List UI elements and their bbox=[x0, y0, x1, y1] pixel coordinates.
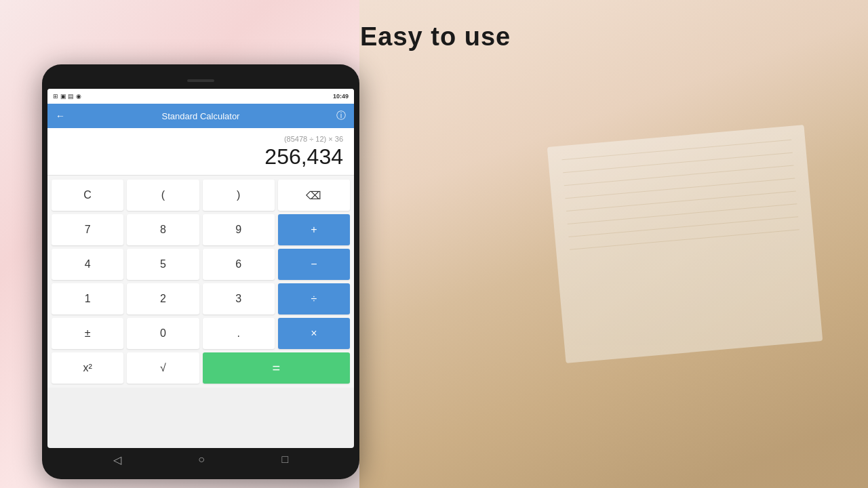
notebook-decoration bbox=[547, 125, 823, 363]
btn-clear[interactable]: C bbox=[52, 180, 123, 211]
btn-divide[interactable]: ÷ bbox=[278, 283, 350, 314]
status-icons-left: ⊞ ▣ ▤ ◉ bbox=[53, 93, 81, 100]
btn-7[interactable]: 7 bbox=[52, 214, 123, 245]
info-button[interactable]: ⓘ bbox=[336, 110, 346, 122]
btn-multiply[interactable]: × bbox=[278, 318, 350, 349]
tablet-nav: ◁ ○ □ bbox=[47, 448, 354, 471]
tablet-top-bar bbox=[47, 73, 354, 89]
btn-open-paren[interactable]: ( bbox=[127, 180, 199, 211]
btn-0[interactable]: 0 bbox=[127, 318, 199, 349]
btn-8[interactable]: 8 bbox=[127, 214, 199, 245]
btn-6[interactable]: 6 bbox=[203, 249, 275, 280]
btn-plus-minus[interactable]: ± bbox=[52, 318, 123, 349]
calc-result: 256,434 bbox=[58, 144, 343, 169]
app-header: ← Standard Calculator ⓘ bbox=[47, 104, 354, 128]
nav-back-button[interactable]: ◁ bbox=[113, 453, 121, 466]
status-bar: ⊞ ▣ ▤ ◉ 10:49 bbox=[47, 89, 354, 104]
btn-3[interactable]: 3 bbox=[203, 283, 275, 314]
status-time: 10:49 bbox=[333, 93, 349, 100]
btn-sqrt[interactable]: √ bbox=[127, 352, 199, 384]
nav-home-button[interactable]: ○ bbox=[198, 453, 205, 466]
btn-5[interactable]: 5 bbox=[127, 249, 199, 280]
tablet-screen: ⊞ ▣ ▤ ◉ 10:49 ← Standard Calculator ⓘ (8… bbox=[47, 89, 354, 448]
btn-1[interactable]: 1 bbox=[52, 283, 123, 314]
btn-2[interactable]: 2 bbox=[127, 283, 199, 314]
page-title: Easy to use bbox=[360, 22, 496, 52]
btn-square[interactable]: x² bbox=[52, 352, 123, 384]
btn-equals[interactable]: = bbox=[203, 352, 351, 384]
nav-recents-button[interactable]: □ bbox=[282, 453, 289, 466]
btn-close-paren[interactable]: ) bbox=[203, 180, 275, 211]
calculator-display: (85478 ÷ 12) × 36 256,434 bbox=[47, 128, 354, 176]
calc-expression: (85478 ÷ 12) × 36 bbox=[58, 135, 343, 143]
app-title: Standard Calculator bbox=[65, 111, 336, 121]
btn-9[interactable]: 9 bbox=[203, 214, 275, 245]
tablet-speaker bbox=[187, 79, 214, 82]
calculator-buttons: C ( ) ⌫ 7 8 9 + 4 5 6 − 1 2 3 ÷ ± 0 . × bbox=[47, 176, 354, 388]
tablet-frame: ⊞ ▣ ▤ ◉ 10:49 ← Standard Calculator ⓘ (8… bbox=[42, 64, 359, 479]
btn-add[interactable]: + bbox=[278, 214, 350, 245]
btn-4[interactable]: 4 bbox=[52, 249, 123, 280]
back-button[interactable]: ← bbox=[56, 110, 65, 121]
btn-decimal[interactable]: . bbox=[203, 318, 275, 349]
btn-backspace[interactable]: ⌫ bbox=[278, 180, 350, 211]
btn-subtract[interactable]: − bbox=[278, 249, 350, 280]
